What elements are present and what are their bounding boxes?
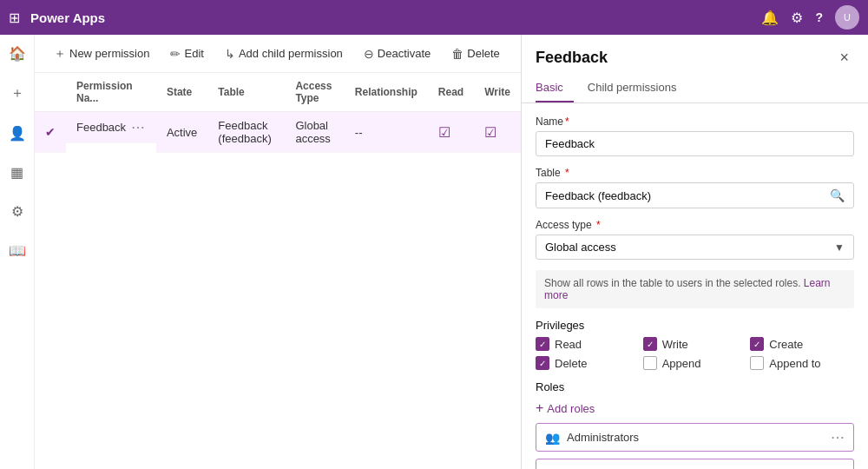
priv-delete: ✓ Delete bbox=[536, 356, 640, 370]
col-checkbox bbox=[35, 73, 66, 112]
role-administrators: 👥 Administrators ⋯ bbox=[536, 423, 854, 452]
grid-icon[interactable]: ⊞ bbox=[9, 10, 20, 26]
tab-child-permissions[interactable]: Child permissions bbox=[588, 76, 687, 102]
role-admin-name: Administrators bbox=[567, 431, 639, 444]
sidebar: 🏠 ＋ 👤 ▦ ⚙ 📖 bbox=[0, 35, 35, 469]
priv-read: ✓ Read bbox=[536, 337, 640, 351]
app-title: Power Apps bbox=[30, 10, 754, 25]
delete-checkbox[interactable]: ✓ bbox=[536, 356, 549, 370]
role-admin-icon: 👥 bbox=[545, 431, 560, 445]
panel-close-button[interactable]: × bbox=[834, 47, 854, 69]
notification-icon[interactable]: 🔔 bbox=[761, 10, 779, 26]
delete-icon: 🗑 bbox=[451, 47, 464, 61]
read-check-icon: ☑ bbox=[438, 125, 450, 140]
role-admin-menu-icon[interactable]: ⋯ bbox=[831, 429, 845, 446]
access-hint: Show all rows in the table to users in t… bbox=[536, 270, 854, 308]
privileges-section: Privileges ✓ Read ✓ Write ✓ Create bbox=[536, 319, 854, 370]
sidebar-table-icon[interactable]: ▦ bbox=[7, 161, 27, 184]
edit-button[interactable]: ✏ Edit bbox=[161, 43, 212, 65]
panel-header: Feedback × bbox=[522, 35, 868, 76]
panel-tabs: Basic Child permissions bbox=[522, 76, 868, 103]
table-field-group: Table * Feedback (feedback) 🔍 bbox=[536, 167, 854, 208]
row-table: Feedback (feedback) bbox=[207, 112, 285, 153]
name-input[interactable] bbox=[536, 131, 854, 156]
col-write: Write bbox=[474, 73, 521, 112]
deactivate-button[interactable]: ⊖ Deactivate bbox=[355, 43, 439, 65]
row-status-icon: ✔ bbox=[35, 112, 66, 153]
col-table: Table bbox=[207, 73, 285, 112]
add-roles-button[interactable]: + Add roles bbox=[536, 400, 854, 416]
table-selector[interactable]: Feedback (feedback) 🔍 bbox=[536, 182, 854, 208]
row-write: ☑ bbox=[474, 112, 521, 153]
name-label: Name* bbox=[536, 116, 854, 128]
row-access-type: Global access bbox=[285, 112, 344, 153]
role-anon-icon: 👥 bbox=[545, 466, 560, 470]
deactivate-icon: ⊖ bbox=[364, 47, 374, 61]
help-icon[interactable]: ? bbox=[815, 10, 823, 24]
plus-icon: ＋ bbox=[54, 46, 66, 62]
col-access-type: Access Type bbox=[285, 73, 344, 112]
sidebar-home-icon[interactable]: 🏠 bbox=[5, 42, 30, 65]
table-header-row: Permission Na... State Table Access Type… bbox=[35, 73, 521, 112]
topbar: ⊞ Power Apps 🔔 ⚙ ? U bbox=[0, 0, 868, 35]
priv-append-to: Append to bbox=[750, 356, 854, 370]
write-check-icon: ☑ bbox=[484, 125, 496, 140]
priv-create: ✓ Create bbox=[750, 337, 854, 351]
avatar[interactable]: U bbox=[835, 5, 859, 30]
read-checkbox[interactable]: ✓ bbox=[536, 337, 549, 351]
access-type-select[interactable]: Global access ▼ bbox=[536, 234, 854, 260]
row-active-icon: ✔ bbox=[45, 125, 56, 139]
add-child-permission-button[interactable]: ↳ Add child permission bbox=[216, 43, 352, 65]
toolbar: ＋ New permission ✏ Edit ↳ Add child perm… bbox=[35, 35, 521, 73]
privileges-label: Privileges bbox=[536, 319, 854, 332]
row-read: ☑ bbox=[428, 112, 474, 153]
permissions-table: Permission Na... State Table Access Type… bbox=[35, 73, 521, 153]
add-child-icon: ↳ bbox=[225, 47, 235, 61]
role-anonymous-users: 👥 Anonymous Users ⋯ bbox=[536, 459, 854, 469]
priv-write: ✓ Write bbox=[643, 337, 747, 351]
row-state: Active bbox=[156, 112, 207, 153]
settings-icon[interactable]: ⚙ bbox=[791, 10, 803, 26]
col-state: State bbox=[156, 73, 207, 112]
col-relationship: Relationship bbox=[345, 73, 428, 112]
append-checkbox[interactable] bbox=[643, 356, 657, 370]
edit-icon: ✏ bbox=[170, 47, 181, 61]
roles-section: Roles + Add roles 👥 Administrators ⋯ 👥 A bbox=[536, 380, 854, 469]
new-permission-button[interactable]: ＋ New permission bbox=[45, 42, 158, 66]
roles-label: Roles bbox=[536, 380, 854, 393]
table-search-icon: 🔍 bbox=[830, 188, 845, 202]
role-anon-menu-icon[interactable]: ⋯ bbox=[831, 465, 845, 469]
name-field-group: Name* bbox=[536, 116, 854, 156]
delete-button[interactable]: 🗑 Delete bbox=[443, 43, 509, 65]
table-area: Permission Na... State Table Access Type… bbox=[35, 73, 521, 469]
panel-content: Name* Table * Feedback (feedback) 🔍 Acce… bbox=[522, 103, 868, 469]
sidebar-book-icon[interactable]: 📖 bbox=[5, 239, 30, 262]
table-row[interactable]: ✔ Feedback ⋯ Active Feedback (feedback) … bbox=[35, 112, 521, 153]
tab-basic[interactable]: Basic bbox=[536, 76, 574, 102]
main-layout: 🏠 ＋ 👤 ▦ ⚙ 📖 ＋ New permission ✏ Edit ↳ Ad… bbox=[0, 35, 868, 469]
row-relationship: -- bbox=[345, 112, 428, 153]
right-panel: Feedback × Basic Child permissions Name*… bbox=[521, 35, 868, 469]
write-checkbox[interactable]: ✓ bbox=[643, 337, 657, 351]
add-roles-plus-icon: + bbox=[536, 400, 543, 416]
row-name: Feedback ⋯ bbox=[66, 112, 156, 143]
col-permission-name: Permission Na... bbox=[66, 73, 156, 112]
sidebar-add-icon[interactable]: ＋ bbox=[7, 81, 28, 106]
table-label: Table * bbox=[536, 167, 854, 179]
priv-append: Append bbox=[643, 356, 747, 370]
content-area: ＋ New permission ✏ Edit ↳ Add child perm… bbox=[35, 35, 521, 469]
create-checkbox[interactable]: ✓ bbox=[750, 337, 764, 351]
panel-title: Feedback bbox=[536, 49, 608, 67]
row-menu-icon[interactable]: ⋯ bbox=[131, 119, 145, 135]
col-read: Read bbox=[428, 73, 474, 112]
access-type-field-group: Access type * Global access ▼ bbox=[536, 219, 854, 260]
append-to-checkbox[interactable] bbox=[750, 356, 764, 370]
sidebar-person-icon[interactable]: 👤 bbox=[5, 122, 30, 145]
chevron-down-icon: ▼ bbox=[834, 241, 845, 254]
topbar-actions: 🔔 ⚙ ? U bbox=[761, 5, 859, 30]
privileges-grid: ✓ Read ✓ Write ✓ Create ✓ Delete bbox=[536, 337, 854, 370]
access-type-label: Access type * bbox=[536, 219, 854, 231]
sidebar-settings-icon[interactable]: ⚙ bbox=[8, 200, 27, 223]
